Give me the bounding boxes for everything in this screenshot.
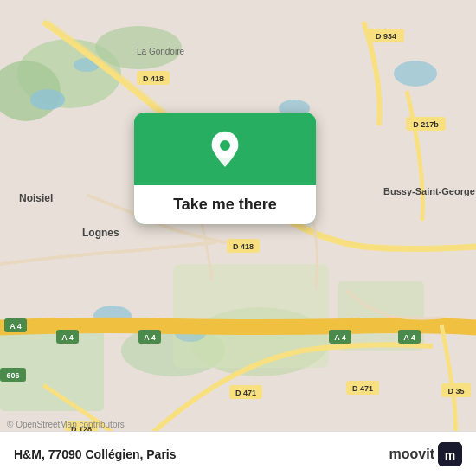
svg-point-9 <box>30 89 65 110</box>
svg-text:D 934: D 934 <box>376 32 396 41</box>
bottom-bar: H&M, 77090 Collégien, Paris moovit m <box>0 431 476 476</box>
svg-text:La Gondoire: La Gondoire <box>137 47 184 56</box>
svg-point-12 <box>394 61 437 87</box>
svg-text:m: m <box>445 448 455 462</box>
svg-text:D 35: D 35 <box>447 387 464 396</box>
svg-text:Bussy-Saint-George: Bussy-Saint-George <box>383 186 475 196</box>
take-me-there-button[interactable]: Take me there <box>148 196 302 214</box>
svg-text:A 4: A 4 <box>10 322 22 331</box>
card-button-area[interactable]: Take me there <box>134 185 316 224</box>
svg-point-48 <box>220 140 230 151</box>
svg-text:Noisiel: Noisiel <box>19 192 53 204</box>
svg-text:D 471: D 471 <box>235 389 256 397</box>
svg-text:606: 606 <box>6 371 19 380</box>
svg-text:A 4: A 4 <box>403 333 415 342</box>
svg-text:D 217b: D 217b <box>413 120 439 129</box>
card-icon-area <box>134 113 316 185</box>
location-info: H&M, 77090 Collégien, Paris <box>14 447 177 461</box>
svg-text:A 4: A 4 <box>61 333 74 342</box>
svg-text:D 471: D 471 <box>352 384 373 393</box>
map-attribution: © OpenStreetMap contributors <box>7 420 125 429</box>
map-container: D 418 D 418 D 934 D 217b D 471 D 471 D 1… <box>0 0 476 476</box>
take-me-there-card[interactable]: Take me there <box>134 113 316 224</box>
svg-text:Lognes: Lognes <box>82 227 119 239</box>
location-pin-icon <box>204 130 246 171</box>
moovit-logo: moovit m <box>389 442 462 466</box>
moovit-text: moovit <box>389 447 434 462</box>
svg-text:D 418: D 418 <box>143 74 164 83</box>
location-name: H&M, 77090 Collégien, Paris <box>14 447 177 461</box>
svg-text:D 418: D 418 <box>233 242 254 251</box>
svg-text:A 4: A 4 <box>334 333 346 342</box>
svg-text:A 4: A 4 <box>144 333 156 342</box>
moovit-brand-icon: m <box>438 442 462 466</box>
